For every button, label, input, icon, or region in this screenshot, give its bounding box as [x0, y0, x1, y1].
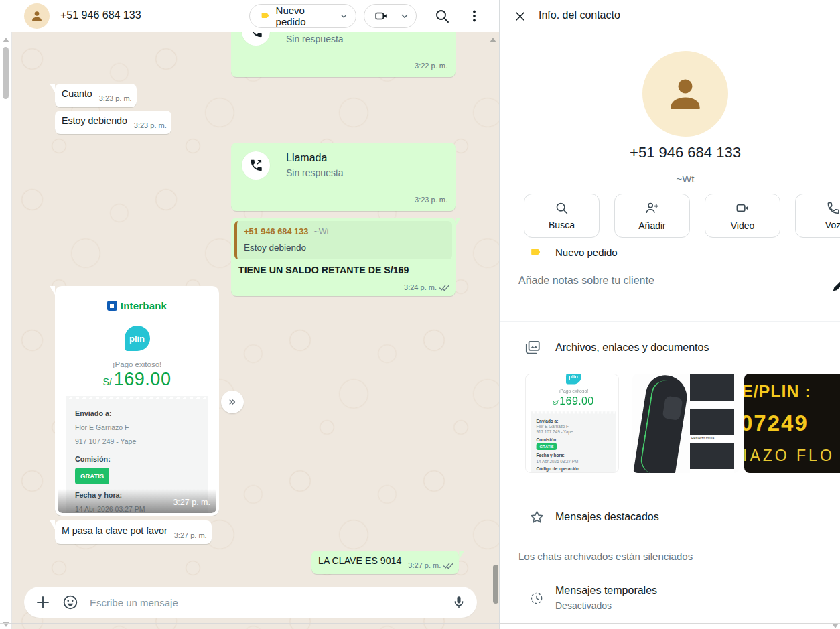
call-subtitle: Sin respuesta — [286, 33, 344, 46]
image-time-overlay: 3:27 p. m. — [58, 489, 216, 513]
scroll-up-arrow-icon[interactable] — [3, 38, 9, 42]
chat-title[interactable]: +51 946 684 133 — [60, 9, 141, 21]
whatsapp-window: +51 946 684 133 Nuevo pedido — [0, 0, 840, 629]
panel-scroll-down-arrow-icon[interactable] — [833, 624, 838, 628]
payment-receipt-image: Interbank plin ¡Pago exitoso! S/169.00 E… — [58, 289, 216, 513]
yape-line3: IAZO FLO — [744, 447, 840, 465]
media-thumb-knee-sleeve[interactable]: Refuerzo rótula — [632, 374, 740, 473]
order-label-text: Nuevo pedido — [276, 5, 333, 27]
starred-messages-row[interactable]: Mensajes destacados — [555, 511, 659, 523]
message-text: Estoy debiendo — [62, 115, 127, 126]
media-thumb-yape-plin[interactable]: E/PLIN : 07249 IAZO FLO — [744, 374, 840, 473]
yape-line1: E/PLIN : — [744, 382, 840, 401]
payment-status: ¡Pago exitoso! — [526, 389, 619, 393]
video-call-button[interactable] — [364, 4, 417, 28]
video-camera-icon — [735, 200, 750, 216]
fee-label: Comisión: — [75, 453, 199, 466]
add-contact-action-button[interactable]: Añadir — [614, 194, 690, 238]
star-icon — [529, 509, 545, 526]
call-subtitle: Sin respuesta — [286, 167, 344, 180]
action-label: Añadir — [638, 220, 665, 231]
sent-to-label: Enviado a: — [75, 407, 199, 420]
double-check-icon — [439, 284, 450, 291]
voice-call-action-button[interactable]: Voz — [795, 194, 840, 238]
kebab-menu-icon[interactable] — [466, 8, 482, 24]
contact-phone: +51 946 684 133 — [551, 144, 819, 161]
contact-about: ~Wt — [551, 173, 819, 184]
media-thumb-receipt[interactable]: Interbank plin ¡Pago exitoso! S/169.00 E… — [525, 374, 619, 473]
contact-info-panel: Info. del contacto +51 946 684 133 ~Wt B… — [499, 0, 840, 629]
quote-author: +51 946 684 133 — [244, 226, 308, 236]
message-reply-out[interactable]: +51 946 684 133~Wt Estoy debiendo TIENE … — [231, 218, 456, 296]
message-text: TIENE UN SALDO RETANTE DE S/169 — [238, 265, 409, 275]
person-icon — [660, 69, 710, 119]
avatar-person-icon — [29, 9, 44, 23]
contact-avatar[interactable] — [24, 3, 50, 29]
message-text-in-2[interactable]: Estoy debiendo 3:23 p. m. — [55, 111, 171, 134]
knee-caption: Refuerzo rótula — [690, 435, 734, 442]
fee-badge: GRATIS — [75, 468, 109, 484]
quoted-message[interactable]: +51 946 684 133~Wt Estoy debiendo — [234, 221, 452, 259]
order-label[interactable]: Nuevo pedido — [555, 247, 618, 258]
tag-icon — [529, 247, 542, 259]
timer-icon — [529, 591, 544, 606]
search-icon[interactable] — [434, 8, 450, 24]
message-input[interactable] — [90, 597, 441, 608]
message-list: Llamada Sin respuesta 3:22 p. m. Cuanto … — [12, 32, 499, 629]
customer-notes-field[interactable]: Añade notas sobre tu cliente — [518, 275, 654, 287]
plus-icon[interactable] — [35, 594, 51, 610]
currency: S/ — [103, 376, 112, 387]
pencil-icon[interactable] — [831, 278, 840, 293]
sent-to-name: Flor E Garriazo F — [75, 421, 199, 434]
amount: 169.00 — [114, 369, 171, 389]
message-composer — [24, 587, 477, 618]
contact-avatar-large[interactable] — [642, 51, 728, 137]
archived-chats-note: Los chats archivados están silenciados — [518, 551, 693, 562]
scrollbar-thumb[interactable] — [3, 47, 9, 99]
message-image-receipt[interactable]: Interbank plin ¡Pago exitoso! S/169.00 E… — [55, 286, 219, 516]
message-time: 3:23 p. m. — [99, 92, 132, 105]
tag-icon — [260, 11, 271, 22]
emoji-sticker-icon[interactable] — [62, 593, 79, 611]
forward-icon — [226, 396, 238, 408]
plin-logo: plin — [125, 326, 150, 351]
message-time: 3:27 p. m. — [174, 529, 207, 542]
video-camera-icon — [374, 9, 389, 23]
message-text-in-1[interactable]: Cuanto 3:23 p. m. — [55, 84, 137, 107]
chat-scroll-up-arrow-icon[interactable] — [490, 38, 496, 42]
mic-icon[interactable] — [451, 595, 466, 610]
chevron-down-icon — [338, 10, 350, 22]
message-time: 3:27 p. m. — [173, 496, 210, 509]
search-action-button[interactable]: Busca — [524, 194, 600, 238]
bank-name: Interbank — [121, 299, 167, 312]
plin-logo: plin — [566, 374, 581, 385]
message-time: 3:27 p. m. — [408, 559, 441, 572]
message-time: 3:23 p. m. — [415, 194, 447, 206]
message-time: 3:24 p. m. — [404, 281, 437, 294]
message-text-in-3[interactable]: M pasa la clave pot favor 3:27 p. m. — [55, 520, 212, 544]
call-title: Llamada — [286, 151, 344, 164]
quote-author-suffix: ~Wt — [313, 227, 329, 236]
chat-list-scrollbar[interactable] — [0, 32, 12, 629]
chat-scrollbar-thumb[interactable] — [493, 565, 498, 604]
window-bottom-divider — [0, 623, 840, 624]
close-icon[interactable] — [514, 10, 527, 23]
order-label-button[interactable]: Nuevo pedido — [249, 4, 356, 28]
media-thumbnails: Interbank plin ¡Pago exitoso! S/169.00 E… — [525, 374, 840, 473]
message-text: M pasa la clave pot favor — [62, 525, 167, 536]
chat-pane: +51 946 684 133 Nuevo pedido — [0, 0, 499, 629]
chat-header: +51 946 684 133 Nuevo pedido — [0, 0, 499, 32]
call-made-icon — [242, 151, 270, 180]
action-label: Voz — [825, 220, 840, 230]
chevron-down-icon — [399, 10, 411, 22]
message-time: 3:22 p. m. — [415, 60, 447, 72]
message-call-2[interactable]: Llamada Sin respuesta 3:23 p. m. — [231, 143, 456, 211]
message-call-1[interactable]: Llamada Sin respuesta 3:22 p. m. — [231, 32, 456, 77]
forward-button[interactable] — [221, 391, 244, 413]
media-section-title[interactable]: Archivos, enlaces y documentos — [555, 342, 709, 354]
message-text-out[interactable]: LA CLAVE ES 9014 3:27 p. m. — [311, 551, 459, 574]
video-action-button[interactable]: Video — [705, 194, 780, 238]
section-divider — [500, 321, 840, 322]
disappearing-messages-row[interactable]: Mensajes temporales — [555, 585, 657, 597]
knee-sleeve-image — [632, 374, 690, 473]
